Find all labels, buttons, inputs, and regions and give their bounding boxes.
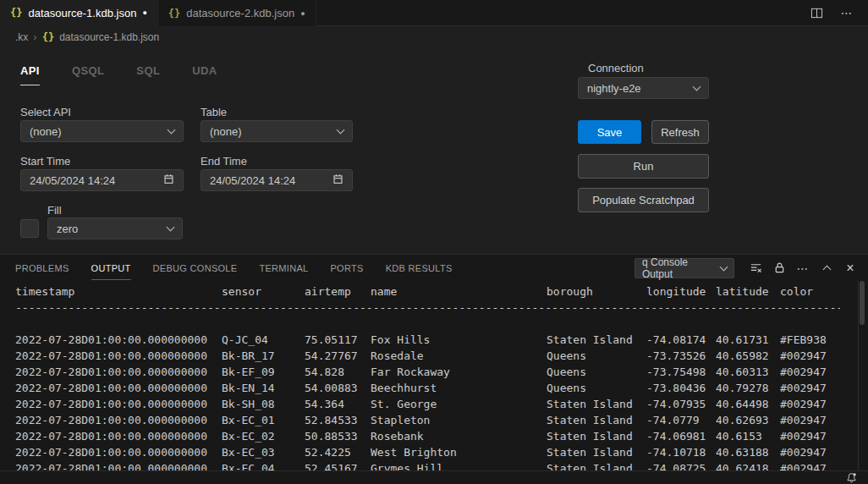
output-channel-select[interactable]: q Console Output <box>635 258 734 278</box>
lock-icon[interactable] <box>770 259 788 278</box>
output-cell: 40.61731 <box>716 332 780 348</box>
panel-tab-problems[interactable]: PROBLEMS <box>15 256 69 280</box>
chevron-down-icon <box>337 126 345 135</box>
fill-value: zero <box>57 223 168 235</box>
console-output[interactable]: timestampsensorairtempnameboroughlongitu… <box>0 281 868 471</box>
output-column-header: name <box>371 283 547 300</box>
output-cell: -74.08174 <box>646 332 716 348</box>
editor-tab-datasource-2[interactable]: {} datasource-2.kdb.json ● <box>158 0 316 26</box>
calendar-icon[interactable] <box>332 173 343 187</box>
connection-dropdown[interactable]: nightly-e2e <box>578 77 709 99</box>
panel-tab-output[interactable]: OUTPUT <box>91 256 131 280</box>
close-panel-icon[interactable]: × <box>841 259 860 278</box>
notifications-bell-icon[interactable] <box>844 472 858 484</box>
modified-dot-icon[interactable]: ● <box>300 9 305 18</box>
panel-scrollbar-thumb[interactable] <box>860 281 865 325</box>
tab-uda[interactable]: UDA <box>192 64 217 85</box>
output-cell: 54.364 <box>305 396 371 412</box>
panel-scrollbar-track <box>858 281 859 471</box>
panel-tab-terminal[interactable]: TERMINAL <box>259 256 308 280</box>
output-cell: 54.27767 <box>305 348 371 364</box>
panel-actions: q Console Output ⋯ × <box>635 258 868 278</box>
output-column-header: timestamp <box>15 283 222 300</box>
chevron-right-icon: › <box>33 30 36 43</box>
split-editor-icon[interactable] <box>807 3 826 22</box>
tab-api[interactable]: API <box>20 64 40 85</box>
editor-tab-datasource-1[interactable]: {} datasource-1.kdb.json ● <box>0 0 158 26</box>
output-cell: Staten Island <box>547 332 646 348</box>
output-cell: 40.64498 <box>716 396 780 412</box>
table-dropdown[interactable]: (none) <box>201 120 353 142</box>
output-cell: 40.65982 <box>716 348 780 364</box>
refresh-button[interactable]: Refresh <box>651 120 709 144</box>
clear-output-icon[interactable] <box>746 259 765 278</box>
end-time-input[interactable]: 24/05/2024 14:24 <box>201 169 353 191</box>
breadcrumb-file[interactable]: datasource-1.kdb.json <box>59 31 159 43</box>
tabbar-actions: ⋯ <box>807 0 868 25</box>
output-table-row: 2022-07-28D01:00:00.000000000Bk-EN_1454.… <box>15 380 868 396</box>
chevron-down-icon <box>720 262 728 271</box>
end-time-label: End Time <box>201 155 247 168</box>
run-button[interactable]: Run <box>578 154 709 179</box>
output-cell: 2022-07-28D01:00:00.000000000 <box>15 396 222 412</box>
panel-tab-ports[interactable]: PORTS <box>330 256 363 280</box>
output-cell: -74.0779 <box>646 412 716 428</box>
output-table-row: 2022-07-28D01:00:00.000000000Bk-EF_0954.… <box>15 364 868 380</box>
output-cell: 54.828 <box>305 364 371 380</box>
fill-dropdown[interactable]: zero <box>47 217 183 239</box>
tab-label: datasource-1.kdb.json <box>28 7 136 19</box>
output-table-row: 2022-07-28D01:00:00.000000000Bx-EC_0152.… <box>15 412 868 428</box>
output-cell: 52.4225 <box>305 444 371 460</box>
panel-tab-debug-console[interactable]: DEBUG CONSOLE <box>153 256 238 280</box>
output-cell: Queens <box>547 348 646 364</box>
more-actions-icon[interactable]: ⋯ <box>838 3 856 22</box>
chevron-up-icon <box>822 265 831 273</box>
output-cell: Staten Island <box>547 428 646 444</box>
output-cell: 40.62693 <box>716 412 780 428</box>
output-cell: -74.06981 <box>646 428 716 444</box>
output-cell: Bx-EC_01 <box>222 412 305 428</box>
output-cell: Rosebank <box>371 428 547 444</box>
status-bar <box>0 470 868 484</box>
panel-more-actions-icon[interactable]: ⋯ <box>794 259 812 278</box>
panel-tab-kdb-results[interactable]: KDB RESULTS <box>386 256 453 280</box>
editor-tab-bar: {} datasource-1.kdb.json ● {} datasource… <box>0 0 868 26</box>
panel-header: PROBLEMS OUTPUT DEBUG CONSOLE TERMINAL P… <box>0 255 868 281</box>
output-cell: West Brighton <box>371 444 547 460</box>
output-table-row: 2022-07-28D01:00:00.000000000Bk-BR_1754.… <box>15 348 868 364</box>
json-file-icon: {} <box>168 8 180 19</box>
output-cell: 2022-07-28D01:00:00.000000000 <box>15 332 222 348</box>
maximize-panel-icon[interactable] <box>817 259 836 278</box>
start-time-label: Start Time <box>20 155 70 168</box>
select-api-value: (none) <box>30 125 168 138</box>
tab-sql[interactable]: SQL <box>136 64 160 85</box>
table-value: (none) <box>210 125 338 138</box>
calendar-icon[interactable] <box>163 173 174 187</box>
output-separator: ----------------------------------------… <box>15 300 840 316</box>
output-cell: Staten Island <box>547 412 646 428</box>
output-cell: Fox Hills <box>371 332 547 348</box>
output-column-header: sensor <box>222 283 305 300</box>
output-cell: #002947 <box>780 364 856 380</box>
output-cell: Queens <box>547 380 646 396</box>
json-file-icon: {} <box>10 7 22 19</box>
populate-scratchpad-button[interactable]: Populate Scratchpad <box>578 188 709 212</box>
output-cell: 2022-07-28D01:00:00.000000000 <box>15 364 222 380</box>
fill-checkbox[interactable] <box>20 219 39 238</box>
panel-scrollbar[interactable] <box>860 281 865 471</box>
output-cell: -74.07935 <box>646 396 716 412</box>
output-cell: #002947 <box>780 412 856 428</box>
save-button[interactable]: Save <box>578 120 641 144</box>
connection-value: nightly-e2e <box>587 82 694 95</box>
modified-dot-icon[interactable]: ● <box>142 8 146 17</box>
select-api-dropdown[interactable]: (none) <box>20 120 184 142</box>
start-time-input[interactable]: 24/05/2024 14:24 <box>20 169 184 191</box>
vscode-window: {} datasource-1.kdb.json ● {} datasource… <box>0 0 868 484</box>
output-cell: 40.63188 <box>716 444 780 460</box>
output-cell: Far Rockaway <box>371 364 547 380</box>
breadcrumb-root[interactable]: .kx <box>15 31 28 43</box>
tab-label: datasource-2.kdb.json <box>186 7 294 19</box>
tab-qsql[interactable]: QSQL <box>72 64 104 85</box>
output-cell: Queens <box>547 364 646 380</box>
output-cell: #002947 <box>780 348 856 364</box>
